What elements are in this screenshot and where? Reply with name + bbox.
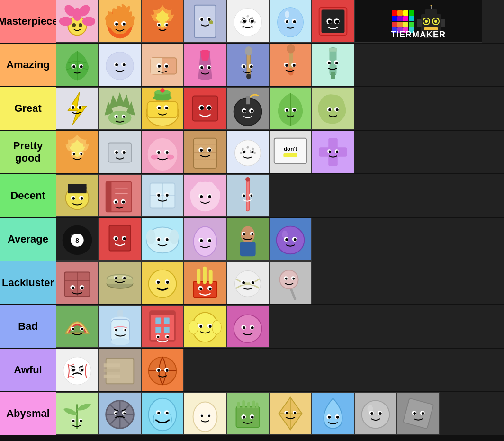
char-cell-door[interactable] xyxy=(184,0,226,43)
char-cell-snowball[interactable] xyxy=(99,44,141,86)
svg-point-88 xyxy=(200,66,203,69)
char-cell-sprout[interactable] xyxy=(56,392,99,435)
svg-rect-438 xyxy=(256,403,259,409)
char-cell-wheel[interactable] xyxy=(99,392,141,435)
char-cell-bracelety[interactable] xyxy=(226,218,269,261)
char-cell-bubble[interactable] xyxy=(269,0,312,43)
char-cell-black-hat[interactable] xyxy=(56,174,99,217)
char-cell-stapy[interactable] xyxy=(226,305,269,348)
char-cell-match[interactable] xyxy=(184,44,226,86)
tier-label-lackluster: Lackluster xyxy=(0,261,56,304)
char-cell-nickel[interactable] xyxy=(99,261,141,304)
char-cell-firey-alt[interactable] xyxy=(141,0,184,43)
svg-point-129 xyxy=(116,116,118,118)
char-cell-lollipop[interactable] xyxy=(269,261,312,304)
svg-rect-348 xyxy=(117,310,123,317)
char-cell-purple-ball[interactable] xyxy=(269,218,312,261)
char-cell-fries[interactable] xyxy=(99,218,141,261)
char-cell-kite[interactable] xyxy=(269,392,312,435)
svg-point-268 xyxy=(115,237,117,240)
svg-point-26 xyxy=(208,18,211,21)
svg-point-3 xyxy=(59,17,72,26)
svg-point-84 xyxy=(165,65,168,68)
char-cell-fries2[interactable] xyxy=(184,261,226,304)
char-cell-bottle[interactable] xyxy=(99,305,141,348)
svg-point-100 xyxy=(287,44,295,54)
svg-point-180 xyxy=(157,151,160,154)
char-cell-purple-cross[interactable] xyxy=(312,131,354,173)
svg-point-202 xyxy=(243,151,245,153)
svg-point-146 xyxy=(200,106,204,110)
char-cell-needle[interactable] xyxy=(226,174,269,217)
svg-point-454 xyxy=(328,416,331,419)
char-cell-ice-cube[interactable] xyxy=(141,174,184,217)
char-cell-leafy2[interactable] xyxy=(269,87,312,130)
svg-point-257 xyxy=(243,195,245,197)
char-cell-lemon[interactable] xyxy=(184,305,226,348)
svg-rect-55 xyxy=(417,19,422,27)
char-cell-spike[interactable] xyxy=(99,87,141,130)
svg-point-96 xyxy=(243,65,245,68)
char-cell-blocky[interactable] xyxy=(184,87,226,130)
char-cell-eggy[interactable] xyxy=(184,218,226,261)
char-cell-happy-face[interactable] xyxy=(141,392,184,435)
char-cell-golfball2[interactable] xyxy=(226,131,269,173)
char-cell-gelatin[interactable] xyxy=(141,87,184,130)
char-cell-tv[interactable] xyxy=(312,0,354,43)
char-cell-flower[interactable] xyxy=(56,0,99,43)
tier-row-bad: Bad xyxy=(0,305,504,349)
svg-point-431 xyxy=(208,414,210,417)
char-cell-box[interactable] xyxy=(56,261,99,304)
char-cell-coiny-alt[interactable] xyxy=(99,131,141,173)
svg-point-42 xyxy=(285,11,289,18)
svg-point-449 xyxy=(286,412,288,414)
char-cell-8ball[interactable]: 8 xyxy=(56,218,99,261)
char-cell-logo[interactable]: TIERMAKER xyxy=(354,0,482,43)
svg-rect-322 xyxy=(197,269,200,284)
char-cell-woody[interactable] xyxy=(184,131,226,173)
char-cell-grey-square[interactable] xyxy=(397,392,440,435)
char-cell-baseball[interactable] xyxy=(56,349,99,391)
char-cell-paintbrush2[interactable] xyxy=(269,44,312,86)
char-cell-pillow[interactable] xyxy=(141,218,184,261)
svg-point-158 xyxy=(286,109,288,112)
char-cell-grey-ball[interactable] xyxy=(354,392,397,435)
svg-point-41 xyxy=(278,8,304,37)
char-cell-leafy[interactable] xyxy=(56,44,99,86)
char-cell-lightning[interactable] xyxy=(56,87,99,130)
svg-point-424 xyxy=(157,412,160,414)
tier-list-container: Masterpiece xyxy=(0,0,504,441)
char-cell-blob[interactable] xyxy=(312,87,354,130)
char-cell-golf-ball[interactable] xyxy=(226,0,269,43)
svg-point-430 xyxy=(201,414,203,417)
char-cell-donoteat[interactable]: don't xyxy=(269,131,312,173)
char-cell-grassy[interactable] xyxy=(226,392,269,435)
char-cell-book[interactable] xyxy=(99,174,141,217)
char-cell-marker[interactable] xyxy=(312,44,354,86)
svg-point-376 xyxy=(234,315,262,343)
tier-cells-awful xyxy=(56,349,504,391)
char-cell-blurry[interactable] xyxy=(99,349,141,391)
svg-point-269 xyxy=(123,237,126,240)
char-cell-bomby[interactable] xyxy=(226,87,269,130)
char-cell-teardrop[interactable] xyxy=(312,392,354,435)
svg-point-64 xyxy=(425,20,428,23)
char-cell-firey-jr[interactable] xyxy=(56,131,99,173)
svg-point-196 xyxy=(247,146,249,149)
char-cell-tennis-ball[interactable] xyxy=(226,261,269,304)
char-cell-taco[interactable] xyxy=(56,305,99,348)
char-cell-puffball[interactable] xyxy=(184,174,226,217)
svg-point-327 xyxy=(199,288,202,290)
svg-point-400 xyxy=(166,369,169,372)
svg-point-240 xyxy=(166,194,169,197)
char-cell-eraser[interactable] xyxy=(141,44,184,86)
char-cell-window[interactable] xyxy=(141,305,184,348)
char-cell-paintbrush[interactable] xyxy=(226,44,269,86)
char-cell-yellow-face[interactable] xyxy=(141,261,184,304)
char-cell-firey[interactable] xyxy=(99,0,141,43)
char-cell-eggy2[interactable] xyxy=(184,392,226,435)
svg-point-113 xyxy=(335,62,338,64)
svg-point-52 xyxy=(328,20,332,24)
char-cell-loser[interactable] xyxy=(141,131,184,173)
char-cell-basketball[interactable] xyxy=(141,349,184,391)
